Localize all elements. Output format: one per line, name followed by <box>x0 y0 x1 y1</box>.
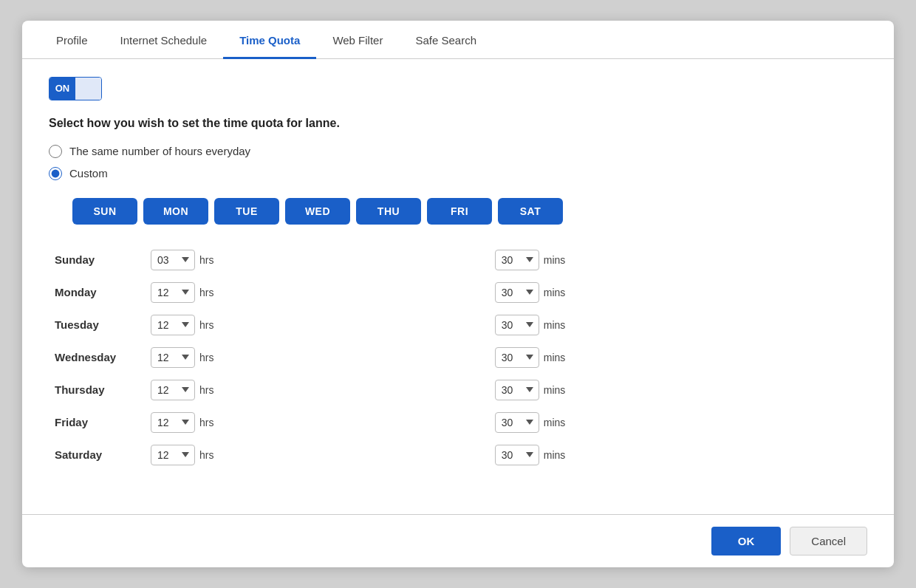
radio-group: The same number of hours everyday Custom <box>49 145 867 180</box>
tab-profile[interactable]: Profile <box>40 21 104 59</box>
radio-same-hours-input[interactable] <box>49 145 62 158</box>
tab-safe-search[interactable]: Safe Search <box>399 21 493 59</box>
hrs-select-thursday[interactable]: 0001020304050607080910111213141516171819… <box>151 380 195 400</box>
day-btn-tue[interactable]: TUE <box>214 198 279 225</box>
cancel-button[interactable]: Cancel <box>790 527 867 555</box>
day-label-sunday: Sunday <box>49 245 145 275</box>
mins-unit-label: mins <box>544 254 566 266</box>
day-label-thursday: Thursday <box>49 375 145 405</box>
hrs-unit-label: hrs <box>199 254 213 266</box>
toggle-row: ON <box>49 77 867 100</box>
hrs-select-wednesday[interactable]: 0001020304050607080910111213141516171819… <box>151 347 195 368</box>
day-btn-wed[interactable]: WED <box>285 198 350 225</box>
mins-select-wednesday[interactable]: 00153045 <box>495 347 539 368</box>
dialog: Profile Internet Schedule Time Quota Web… <box>22 21 894 567</box>
day-label-monday: Monday <box>49 278 145 307</box>
on-off-toggle[interactable]: ON <box>49 77 102 100</box>
table-row: Sunday0001020304050607080910111213141516… <box>49 245 867 275</box>
hrs-unit-label: hrs <box>199 319 213 331</box>
mins-unit-label: mins <box>544 319 566 331</box>
hrs-unit-label: hrs <box>199 352 213 363</box>
hrs-unit-label: hrs <box>199 449 213 461</box>
hrs-select-monday[interactable]: 0001020304050607080910111213141516171819… <box>151 282 195 303</box>
day-btn-sat[interactable]: SAT <box>498 198 563 225</box>
hrs-select-sunday[interactable]: 0001020304050607080910111213141516171819… <box>151 250 195 270</box>
section-title: Select how you wish to set the time quot… <box>49 117 867 130</box>
table-row: Wednesday0001020304050607080910111213141… <box>49 343 867 372</box>
table-row: Friday0001020304050607080910111213141516… <box>49 408 867 437</box>
tab-internet-schedule[interactable]: Internet Schedule <box>104 21 224 59</box>
ok-button[interactable]: OK <box>711 527 782 555</box>
radio-same-hours[interactable]: The same number of hours everyday <box>49 145 867 158</box>
mins-unit-label: mins <box>544 287 566 298</box>
footer: OK Cancel <box>22 514 894 567</box>
mins-select-friday[interactable]: 00153045 <box>495 412 539 433</box>
hrs-select-saturday[interactable]: 0001020304050607080910111213141516171819… <box>151 445 195 465</box>
tabs-bar: Profile Internet Schedule Time Quota Web… <box>22 21 894 59</box>
table-row: Monday0001020304050607080910111213141516… <box>49 278 867 307</box>
radio-custom[interactable]: Custom <box>49 167 867 180</box>
day-label-wednesday: Wednesday <box>49 343 145 372</box>
hrs-select-friday[interactable]: 0001020304050607080910111213141516171819… <box>151 412 195 433</box>
day-label-saturday: Saturday <box>49 440 145 470</box>
toggle-on-label: ON <box>49 78 75 100</box>
tab-web-filter[interactable]: Web Filter <box>316 21 399 59</box>
hrs-unit-label: hrs <box>199 287 213 298</box>
table-row: Tuesday000102030405060708091011121314151… <box>49 310 867 340</box>
day-buttons-row: SUN MON TUE WED THU FRI SAT <box>72 198 867 225</box>
day-btn-mon[interactable]: MON <box>143 198 208 225</box>
mins-unit-label: mins <box>544 449 566 461</box>
mins-unit-label: mins <box>544 417 566 428</box>
table-row: Thursday00010203040506070809101112131415… <box>49 375 867 405</box>
mins-select-saturday[interactable]: 00153045 <box>495 445 539 465</box>
table-row: Saturday00010203040506070809101112131415… <box>49 440 867 470</box>
tab-time-quota[interactable]: Time Quota <box>223 21 316 59</box>
hrs-unit-label: hrs <box>199 384 213 396</box>
radio-same-hours-label: The same number of hours everyday <box>69 145 250 157</box>
day-btn-fri[interactable]: FRI <box>427 198 492 225</box>
radio-custom-label: Custom <box>69 167 108 180</box>
mins-select-tuesday[interactable]: 00153045 <box>495 315 539 335</box>
hrs-unit-label: hrs <box>199 417 213 428</box>
mins-select-thursday[interactable]: 00153045 <box>495 380 539 400</box>
content-area: ON Select how you wish to set the time q… <box>22 59 894 515</box>
radio-custom-input[interactable] <box>49 167 62 180</box>
day-btn-sun[interactable]: SUN <box>72 198 137 225</box>
day-label-tuesday: Tuesday <box>49 310 145 340</box>
mins-unit-label: mins <box>544 384 566 396</box>
schedule-table: Sunday0001020304050607080910111213141516… <box>49 242 867 473</box>
mins-select-sunday[interactable]: 00153045 <box>495 250 539 270</box>
mins-select-monday[interactable]: 00153045 <box>495 282 539 303</box>
hrs-select-tuesday[interactable]: 0001020304050607080910111213141516171819… <box>151 315 195 335</box>
toggle-off-area <box>75 78 101 100</box>
day-btn-thu[interactable]: THU <box>356 198 421 225</box>
day-label-friday: Friday <box>49 408 145 437</box>
mins-unit-label: mins <box>544 352 566 363</box>
